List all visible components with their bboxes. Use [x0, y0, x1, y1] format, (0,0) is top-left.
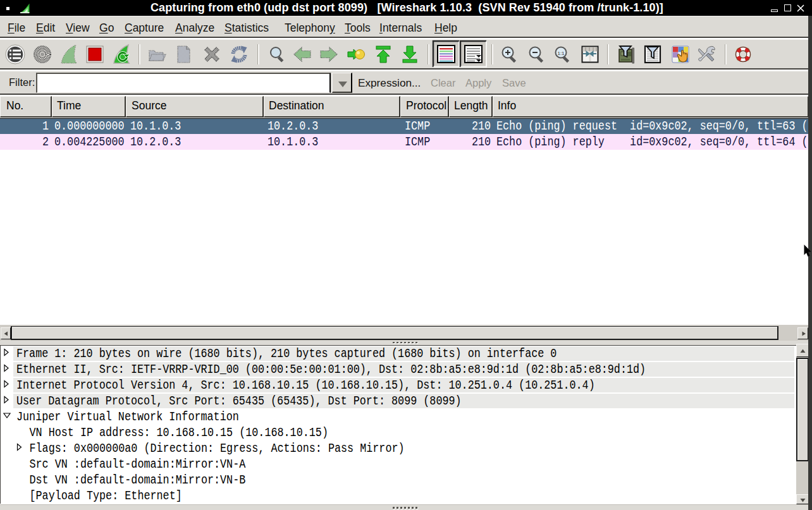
- svg-text:1:1: 1:1: [557, 51, 565, 56]
